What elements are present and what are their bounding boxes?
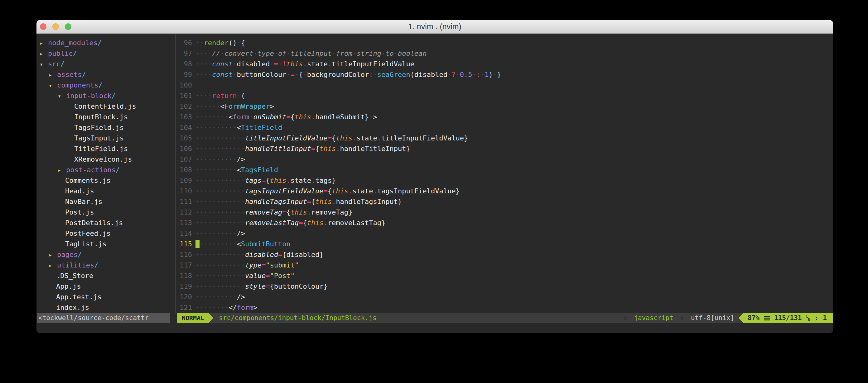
- line-number: 116: [177, 249, 192, 260]
- line-number: 117: [177, 260, 192, 271]
- code-line-116[interactable]: 116············disabled={disabled}: [177, 249, 833, 260]
- tree-item-Comments.js[interactable]: Comments.js: [36, 175, 176, 186]
- code-text: ······<FormWrapper>: [195, 101, 274, 112]
- code-line-115[interactable]: 115··········<SubmitButton: [177, 239, 833, 249]
- tree-item-utilities[interactable]: ▸utilities/: [36, 260, 176, 271]
- code-line-107[interactable]: 107··········/>: [177, 154, 833, 165]
- column-number: 1: [823, 313, 827, 323]
- tree-item-InputBlock.js[interactable]: InputBlock.js: [36, 112, 176, 123]
- chevron-right-icon[interactable]: ▸: [49, 69, 57, 80]
- code-line-120[interactable]: 120··········/>: [177, 292, 833, 302]
- tree-item-App.test.js[interactable]: App.test.js: [36, 292, 176, 302]
- tree-item-pages[interactable]: ▸pages/: [36, 249, 176, 260]
- tree-item-XRemoveIcon.js[interactable]: XRemoveIcon.js: [36, 154, 176, 165]
- code-line-119[interactable]: 119············style={buttonColour}: [177, 281, 833, 292]
- code-line-111[interactable]: 111············handleTagsInput={this.han…: [177, 197, 833, 207]
- file-label: InputBlock.js: [74, 113, 128, 121]
- tree-item-NavBar.js[interactable]: NavBar.js: [36, 197, 176, 207]
- code-line-100[interactable]: 100: [177, 80, 833, 91]
- chevron-down-icon[interactable]: ▾: [40, 59, 48, 69]
- chevron-right-icon[interactable]: ▸: [40, 38, 48, 48]
- file-label: index.js: [56, 304, 89, 311]
- line-number: 96: [177, 38, 192, 48]
- tree-item-components[interactable]: ▾components/: [36, 80, 176, 91]
- tree-item-input-block[interactable]: ▾input-block/: [36, 91, 176, 101]
- zoom-button[interactable]: [65, 23, 71, 30]
- tree-item-.DS_Store[interactable]: .DS_Store: [36, 271, 176, 281]
- code-buffer: 96··render()·{97····//·convert·type·of·t…: [177, 34, 833, 313]
- code-line-109[interactable]: 109············tags={this.state.tags}: [177, 175, 833, 186]
- chevron-right-icon[interactable]: ▸: [58, 165, 66, 175]
- close-button[interactable]: [40, 23, 46, 30]
- tree-item-node_modules[interactable]: ▸node_modules/: [36, 38, 176, 48]
- code-line-117[interactable]: 117············type="submit": [177, 260, 833, 271]
- code-line-113[interactable]: 113············removeLastTag={this.remov…: [177, 218, 833, 228]
- code-text: ····return·(: [195, 91, 245, 101]
- window-split-divider[interactable]: [176, 34, 176, 313]
- chevron-down-icon[interactable]: ▾: [58, 91, 66, 101]
- code-line-101[interactable]: 101····return·(: [177, 91, 833, 101]
- editor-pane[interactable]: 96··render()·{97····//·convert·type·of·t…: [177, 34, 833, 333]
- code-line-108[interactable]: 108··········<TagsField: [177, 165, 833, 175]
- code-line-96[interactable]: 96··render()·{: [177, 38, 833, 48]
- code-line-106[interactable]: 106············handleTitleInput={this.ha…: [177, 144, 833, 154]
- minimize-button[interactable]: [52, 23, 59, 30]
- tree-item-PostFeed.js[interactable]: PostFeed.js: [36, 228, 176, 239]
- tree-item-index.js[interactable]: index.js: [36, 302, 176, 313]
- code-line-105[interactable]: 105············titleInputFieldValue={thi…: [177, 133, 833, 144]
- tree-item-TagsInput.js[interactable]: TagsInput.js: [36, 133, 176, 144]
- code-text: ··········<TitleField: [195, 123, 282, 133]
- code-line-112[interactable]: 112············removeTag={this.removeTag…: [177, 207, 833, 218]
- code-line-110[interactable]: 110············tagsInputFieldValue={this…: [177, 186, 833, 197]
- chevron-right-icon[interactable]: ▸: [40, 48, 48, 59]
- code-line-114[interactable]: 114··········/>: [177, 228, 833, 239]
- dir-label: assets: [57, 71, 82, 78]
- dir-label: public: [48, 49, 73, 57]
- dir-slash: /: [112, 92, 116, 100]
- line-number: 113: [177, 218, 192, 228]
- tree-item-App.js[interactable]: App.js: [36, 281, 176, 292]
- code-line-97[interactable]: 97····//·convert·type·of·titleInput·from…: [177, 48, 833, 59]
- line-number: 115: [177, 239, 192, 249]
- window-title: 1. nvim . (nvim): [408, 22, 461, 31]
- line-number: 108: [177, 165, 192, 175]
- chevron-down-icon[interactable]: ▾: [49, 80, 57, 91]
- title-bar[interactable]: 1. nvim . (nvim): [36, 20, 833, 34]
- code-line-98[interactable]: 98····const·disabled·=·!this.state.title…: [177, 59, 833, 69]
- powerline-arrow-icon: [209, 313, 213, 323]
- cursor: ·: [195, 240, 199, 248]
- file-label: App.test.js: [56, 293, 102, 301]
- line-number: 104: [177, 123, 192, 133]
- command-line[interactable]: [36, 323, 833, 333]
- tree-item-TitleField.js[interactable]: TitleField.js: [36, 144, 176, 154]
- code-line-99[interactable]: 99····const·buttonColour·=·{·backgroundC…: [177, 69, 833, 80]
- chevron-right-icon[interactable]: ▸: [49, 260, 57, 271]
- tree-item-src[interactable]: ▾src/: [36, 59, 176, 69]
- nerdtree-pane[interactable]: ▸node_modules/▸public/▾src/▸assets/▾comp…: [36, 34, 176, 333]
- code-line-121[interactable]: 121········</form>: [177, 302, 833, 313]
- tree-item-ContentField.js[interactable]: ContentField.js: [36, 101, 176, 112]
- code-line-118[interactable]: 118············value="Post": [177, 271, 833, 281]
- tree-item-PostDetails.js[interactable]: PostDetails.js: [36, 218, 176, 228]
- dir-slash: /: [94, 261, 98, 269]
- chevron-left-icon: ‹: [676, 313, 688, 323]
- current-file-path: src/components/input-block/InputBlock.js: [219, 313, 377, 323]
- tree-item-assets[interactable]: ▸assets/: [36, 69, 176, 80]
- dir-label: src: [48, 60, 61, 68]
- chevron-right-icon[interactable]: ▸: [49, 249, 57, 260]
- file-label: TitleField.js: [74, 145, 128, 152]
- line-number: 102: [177, 101, 192, 112]
- tree-item-Post.js[interactable]: Post.js: [36, 207, 176, 218]
- code-line-104[interactable]: 104··········<TitleField: [177, 123, 833, 133]
- tree-item-TagsField.js[interactable]: TagsField.js: [36, 123, 176, 133]
- tree-item-public[interactable]: ▸public/: [36, 48, 176, 59]
- code-line-103[interactable]: 103········<form·onSubmit={this.handleSu…: [177, 112, 833, 123]
- dir-label: node_modules: [48, 39, 98, 47]
- terminal-content: ▸node_modules/▸public/▾src/▸assets/▾comp…: [36, 34, 833, 333]
- code-line-102[interactable]: 102······<FormWrapper>: [177, 101, 833, 112]
- tree-item-Head.js[interactable]: Head.js: [36, 186, 176, 197]
- line-position: 115/131: [774, 313, 802, 323]
- line-number: 120: [177, 292, 192, 302]
- tree-item-TagList.js[interactable]: TagList.js: [36, 239, 176, 249]
- tree-item-post-actions[interactable]: ▸post-actions/: [36, 165, 176, 175]
